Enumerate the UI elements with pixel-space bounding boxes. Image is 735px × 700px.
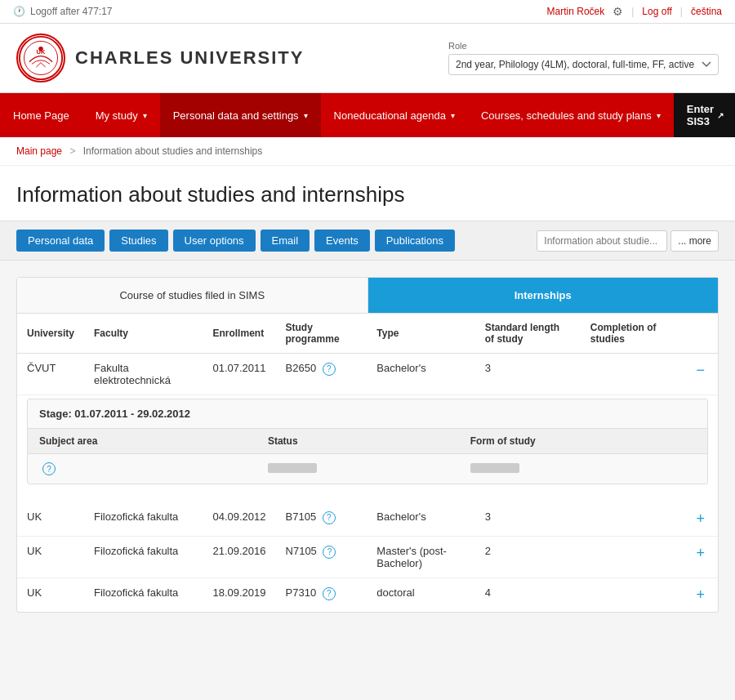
cell-type: Master's (post-Bachelor)	[367, 537, 474, 578]
cell-enrollment: 21.09.2016	[203, 537, 275, 578]
col-type: Type	[367, 314, 474, 354]
help-icon[interactable]: ?	[42, 462, 56, 475]
chevron-down-icon: ▾	[657, 111, 661, 120]
cell-programme: B2650 ?	[276, 354, 368, 395]
study-table: University Faculty Enrollment Study prog…	[17, 314, 718, 612]
user-options-button[interactable]: User options	[173, 230, 256, 252]
search-area: ... more	[537, 230, 719, 252]
chevron-down-icon: ▾	[451, 111, 455, 120]
publications-button[interactable]: Publications	[375, 230, 455, 252]
cell-faculty: Fakulta elektrotechnická	[84, 354, 203, 395]
nav-home[interactable]: Home Page	[0, 93, 82, 137]
search-input[interactable]	[537, 230, 667, 252]
page-title-area: Information about studies and internship…	[0, 166, 735, 221]
gear-icon[interactable]: ⚙	[612, 5, 623, 18]
cell-expand: +	[683, 578, 718, 613]
help-icon[interactable]: ?	[323, 363, 336, 376]
table-row: UK Filozofická fakulta 18.09.2019 P7310 …	[17, 578, 718, 613]
cell-length: 3	[475, 354, 581, 395]
tab-internships[interactable]: Internships	[368, 278, 719, 313]
expand-button[interactable]: +	[693, 545, 708, 562]
university-name: CHARLES UNIVERSITY	[75, 47, 304, 69]
nav-personal-data[interactable]: Personal data and settings ▾	[160, 93, 321, 137]
col-enrollment: Enrollment	[203, 314, 275, 354]
events-button[interactable]: Events	[314, 230, 370, 252]
breadcrumb-current: Information about studies and internship…	[83, 145, 262, 157]
more-button[interactable]: ... more	[670, 230, 719, 252]
nav-noneducational[interactable]: Noneducational agenda ▾	[321, 93, 468, 137]
col-actions	[683, 314, 718, 354]
expand-button[interactable]: +	[693, 511, 708, 528]
role-select[interactable]: 2nd year, Philology (4LM), doctoral, ful…	[448, 54, 719, 75]
stage-col-status: Status	[256, 429, 459, 454]
table-row: UK Filozofická fakulta 04.09.2012 B7105 …	[17, 502, 718, 537]
cell-university: UK	[17, 537, 84, 578]
cell-expand: +	[683, 502, 718, 537]
cell-completion	[581, 502, 684, 537]
cell-enrollment: 18.09.2019	[203, 578, 275, 613]
cell-programme: P7310 ?	[276, 578, 368, 613]
stage-header: Stage: 01.07.2011 - 29.02.2012	[28, 399, 707, 428]
cell-completion	[581, 578, 684, 613]
chevron-down-icon: ▾	[143, 111, 147, 120]
help-icon[interactable]: ?	[323, 546, 336, 559]
stage-table: Subject area Status Form of study ?	[28, 428, 707, 484]
blurred-form	[470, 463, 519, 473]
cell-faculty: Filozofická fakulta	[84, 502, 203, 537]
header: UK CHARLES UNIVERSITY Role 2nd year, Phi…	[0, 24, 735, 93]
role-label: Role	[448, 41, 719, 51]
stage-cell-subject: ?	[28, 454, 256, 484]
stage-header-row: Subject area Status Form of study	[28, 429, 707, 454]
logoff-text: Logoff after 477:17	[30, 6, 113, 17]
col-university: University	[17, 314, 84, 354]
stage-area: Stage: 01.07.2011 - 29.02.2012 Subject a…	[27, 399, 708, 484]
nav-my-study[interactable]: My study ▾	[82, 93, 160, 137]
personal-data-button[interactable]: Personal data	[16, 230, 105, 252]
table-header-row: University Faculty Enrollment Study prog…	[17, 314, 718, 354]
help-icon[interactable]: ?	[323, 511, 336, 524]
user-name-link[interactable]: Martin Roček	[547, 6, 605, 17]
studies-button[interactable]: Studies	[109, 230, 167, 252]
breadcrumb-separator: >	[69, 145, 75, 157]
table-row: UK Filozofická fakulta 21.09.2016 N7105 …	[17, 537, 718, 578]
main-content: Course of studies filed in SIMS Internsh…	[0, 261, 735, 629]
cell-completion	[581, 354, 684, 395]
col-study-programme: Study programme	[276, 314, 368, 354]
enter-sis3-button[interactable]: Enter SIS3 ↗	[674, 93, 735, 137]
col-completion: Completion of studies	[581, 314, 684, 354]
nav-courses[interactable]: Courses, schedules and study plans ▾	[468, 93, 674, 137]
table-row: ČVUT Fakulta elektrotechnická 01.07.2011…	[17, 354, 718, 395]
logo-area: UK CHARLES UNIVERSITY	[16, 33, 304, 82]
role-area: Role 2nd year, Philology (4LM), doctoral…	[448, 41, 719, 75]
cell-completion	[581, 537, 684, 578]
top-bar-right: Martin Roček ⚙ | Log off | čeština	[547, 5, 722, 18]
language-link[interactable]: čeština	[691, 6, 722, 17]
cell-expand: +	[683, 537, 718, 578]
cell-length: 3	[475, 502, 581, 537]
svg-point-0	[20, 37, 62, 79]
cell-type: Bachelor's	[367, 354, 474, 395]
help-icon[interactable]: ?	[323, 587, 336, 600]
page-title: Information about studies and internship…	[16, 182, 719, 207]
breadcrumb-home[interactable]: Main page	[16, 145, 62, 157]
stage-data-row: ?	[28, 454, 707, 484]
expand-button[interactable]: +	[693, 586, 708, 604]
cell-faculty: Filozofická fakulta	[84, 537, 203, 578]
cell-length: 4	[475, 578, 581, 613]
top-bar: 🕐 Logoff after 477:17 Martin Roček ⚙ | L…	[0, 0, 735, 24]
tab-container: Course of studies filed in SIMS Internsh…	[16, 277, 719, 613]
col-standard-length: Standard length of study	[475, 314, 581, 354]
email-button[interactable]: Email	[261, 230, 310, 252]
cell-length: 2	[475, 537, 581, 578]
logoff-link[interactable]: Log off	[642, 6, 671, 17]
cell-university: ČVUT	[17, 354, 84, 395]
stage-cell-status	[256, 454, 459, 484]
cell-enrollment: 01.07.2011	[203, 354, 275, 395]
blurred-status	[268, 463, 317, 473]
stage-col-form: Form of study	[459, 429, 707, 454]
cell-programme: B7105 ?	[276, 502, 368, 537]
tab-course-of-studies[interactable]: Course of studies filed in SIMS	[17, 278, 368, 313]
chevron-down-icon: ▾	[304, 111, 308, 120]
collapse-button[interactable]: −	[693, 362, 708, 379]
external-link-icon: ↗	[717, 111, 724, 120]
